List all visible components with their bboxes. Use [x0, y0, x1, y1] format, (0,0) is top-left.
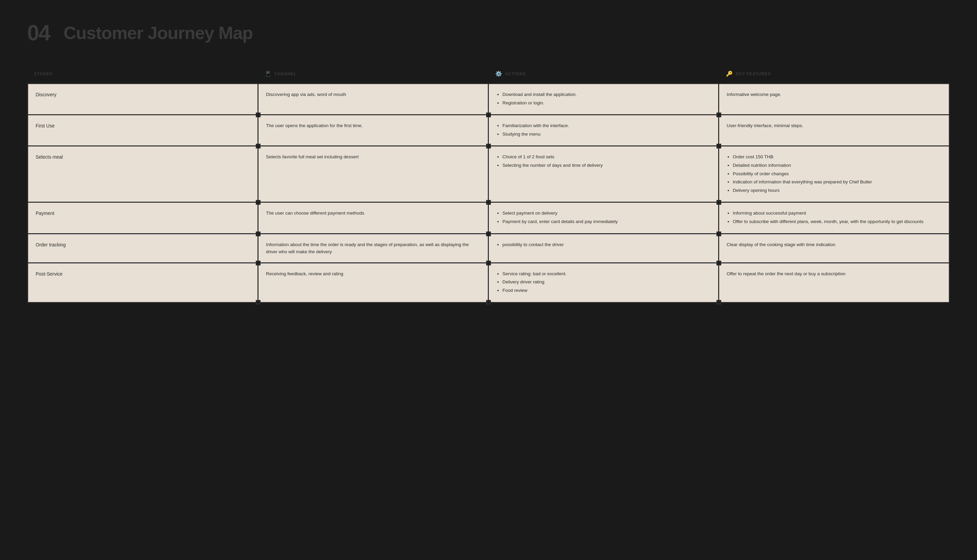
action-item: Registration or login.: [503, 99, 711, 107]
plus-marker: [716, 200, 721, 205]
action-item: Service rating: bad or excellent.: [503, 270, 711, 278]
action-item: possibility to contact the driver: [503, 241, 711, 248]
channel-text: Information about the time the order is …: [266, 242, 469, 255]
actions-cell-discovery: Download and install the application. Re…: [489, 84, 719, 115]
actions-cell-meal: Choice of 1 of 2 food sets Selecting the…: [489, 146, 719, 202]
actions-cell-firstuse: Familiarization with the interface. Stud…: [489, 115, 719, 146]
actions-list: Familiarization with the interface. Stud…: [496, 122, 711, 138]
table-body: Discovery Discovering app via ads, word …: [27, 83, 950, 303]
feature-item: Order cost 150 THB: [733, 153, 941, 161]
col-label-features: Key Features: [736, 72, 771, 76]
col-label-stage: Stages: [34, 72, 52, 76]
section-number: 04: [27, 20, 50, 45]
channel-cell-firstuse: The user opens the application for the f…: [258, 115, 489, 146]
features-icon: 🔑: [726, 70, 733, 77]
col-label-actions: Actions: [505, 72, 526, 76]
action-item: Selecting the number of days and time of…: [503, 162, 711, 169]
feature-text: Clear display of the cooking stage with …: [726, 242, 835, 247]
plus-marker: [716, 300, 721, 305]
channel-cell-discovery: Discovering app via ads, word of mouth: [258, 84, 489, 115]
col-header-actions: ⚙️ Actions: [489, 66, 719, 82]
col-label-channel: Channel: [274, 72, 297, 76]
feature-text: User-friendly interface, minimal steps.: [726, 123, 803, 128]
features-cell-tracking: Clear display of the cooking stage with …: [719, 234, 949, 263]
plus-marker: [486, 200, 491, 205]
table-row: Discovery Discovering app via ads, word …: [28, 84, 949, 115]
action-item: Studying the menu: [503, 130, 711, 138]
actions-list: Choice of 1 of 2 food sets Selecting the…: [496, 153, 711, 169]
plus-marker: [256, 300, 261, 305]
plus-marker: [486, 113, 491, 117]
stage-name: Selects meal: [36, 154, 63, 160]
feature-item: Detailed nutrition information: [733, 162, 941, 169]
table-row: First Use The user opens the application…: [28, 115, 949, 146]
plus-marker: [256, 113, 261, 117]
features-list: Informing about successful payment Offer…: [726, 210, 941, 225]
actions-list: Service rating: bad or excellent. Delive…: [496, 270, 711, 294]
stage-name: Post-Service: [36, 271, 62, 277]
table-row: Payment The user can choose different pa…: [28, 202, 949, 233]
page-title: Customer Journey Map: [63, 23, 253, 43]
action-item: Choice of 1 of 2 food sets: [503, 153, 711, 161]
column-headers: Stages 📱 Channel ⚙️ Actions 🔑 Key Featur…: [27, 66, 950, 82]
action-item: Payment by card, enter card details and …: [503, 218, 711, 225]
channel-cell-meal: Selects favorite full meal set including…: [258, 146, 489, 202]
stage-name: Payment: [36, 210, 54, 216]
stage-cell-payment: Payment: [28, 202, 258, 233]
plus-marker: [256, 200, 261, 205]
col-header-features: 🔑 Key Features: [719, 66, 950, 82]
channel-text: Selects favorite full meal set including…: [266, 154, 359, 159]
plus-marker: [716, 261, 721, 265]
feature-text: Offer to repeat the order the next day o…: [726, 271, 845, 276]
actions-cell-tracking: possibility to contact the driver: [489, 234, 719, 263]
channel-text: The user opens the application for the f…: [266, 123, 362, 128]
feature-item: Possibility of order changes: [733, 170, 941, 178]
actions-list: possibility to contact the driver: [496, 241, 711, 248]
plus-marker: [256, 232, 261, 236]
action-item: Delivery driver rating: [503, 278, 711, 286]
page-header: 04 Customer Journey Map: [27, 20, 950, 45]
stage-cell-postservice: Post-Service: [28, 263, 258, 302]
col-header-channel: 📱 Channel: [258, 66, 489, 82]
stage-name: Discovery: [36, 92, 56, 97]
table-row: Post-Service Receiving feedback, review …: [28, 263, 949, 302]
col-header-stage: Stages: [27, 66, 258, 82]
plus-marker: [716, 144, 721, 148]
plus-marker: [486, 144, 491, 148]
channel-icon: 📱: [265, 70, 272, 77]
feature-item: Informing about successful payment: [733, 210, 941, 217]
stage-cell-meal: Selects meal: [28, 146, 258, 202]
channel-cell-postservice: Receiving feedback, review and rating: [258, 263, 489, 302]
features-cell-postservice: Offer to repeat the order the next day o…: [719, 263, 949, 302]
stage-cell-tracking: Order tracking: [28, 234, 258, 263]
feature-item: Indication of information that everythin…: [733, 178, 941, 186]
actions-icon: ⚙️: [495, 70, 503, 77]
channel-cell-payment: The user can choose different payment me…: [258, 202, 489, 233]
plus-marker: [486, 261, 491, 265]
actions-cell-payment: Select payment on delivery Payment by ca…: [489, 202, 719, 233]
stage-name: Order tracking: [36, 242, 66, 247]
table-row: Order tracking Information about the tim…: [28, 234, 949, 263]
stage-cell-discovery: Discovery: [28, 84, 258, 115]
features-cell-meal: Order cost 150 THB Detailed nutrition in…: [719, 146, 949, 202]
plus-marker: [716, 232, 721, 236]
actions-cell-postservice: Service rating: bad or excellent. Delive…: [489, 263, 719, 302]
features-cell-payment: Informing about successful payment Offer…: [719, 202, 949, 233]
action-item: Food review: [503, 287, 711, 294]
feature-item: Delivery opening hours: [733, 187, 941, 194]
plus-marker: [256, 144, 261, 148]
feature-text: Informative welcome page.: [726, 92, 781, 97]
channel-cell-tracking: Information about the time the order is …: [258, 234, 489, 263]
journey-map-table: Stages 📱 Channel ⚙️ Actions 🔑 Key Featur…: [27, 66, 950, 303]
plus-marker: [716, 113, 721, 117]
plus-marker: [486, 300, 491, 305]
features-cell-firstuse: User-friendly interface, minimal steps.: [719, 115, 949, 146]
stage-name: First Use: [36, 123, 55, 128]
action-item: Familiarization with the interface.: [503, 122, 711, 130]
actions-list: Download and install the application. Re…: [496, 91, 711, 107]
action-item: Select payment on delivery: [503, 210, 711, 217]
actions-list: Select payment on delivery Payment by ca…: [496, 210, 711, 225]
channel-text: Receiving feedback, review and rating: [266, 271, 343, 276]
channel-text: The user can choose different payment me…: [266, 210, 364, 216]
table-row: Selects meal Selects favorite full meal …: [28, 146, 949, 202]
